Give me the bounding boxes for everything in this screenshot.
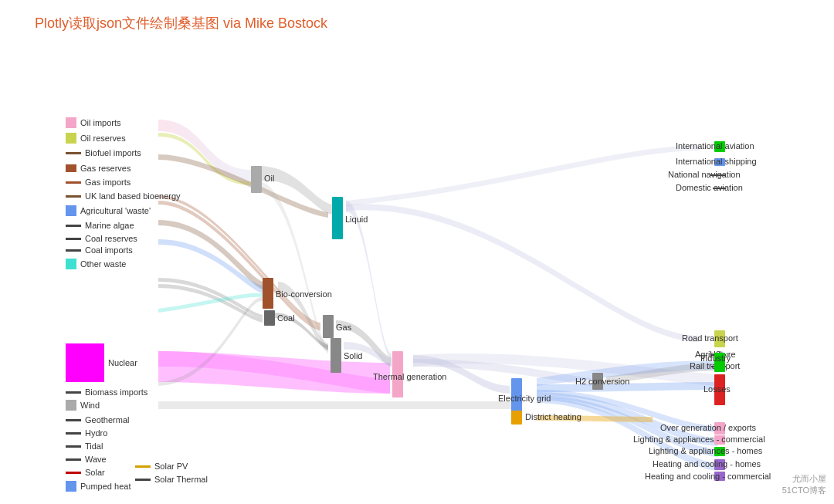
legend-tidal: Tidal (66, 441, 103, 451)
svg-text:International aviation: International aviation (676, 141, 754, 151)
svg-rect-2 (332, 197, 343, 239)
svg-text:Lighting & appliances - homes: Lighting & appliances - homes (649, 446, 763, 455)
svg-rect-0 (251, 166, 262, 193)
svg-text:Coal: Coal (277, 313, 295, 323)
svg-rect-18 (511, 411, 522, 425)
legend-nuclear: Nuclear (66, 343, 137, 382)
svg-rect-8 (264, 310, 275, 326)
legend-solar-pv: Solar PV (135, 462, 188, 471)
svg-text:Over generation / exports: Over generation / exports (660, 423, 757, 432)
svg-text:Losses: Losses (703, 384, 731, 394)
legend-coal-reserves: Coal reserves (66, 234, 137, 243)
svg-rect-10 (331, 338, 341, 373)
legend-coal-imports: Coal imports (66, 245, 133, 255)
svg-text:Heating and cooling - commerci: Heating and cooling - commercial (645, 472, 771, 481)
watermark-line1: 尤而小屋 (792, 473, 826, 485)
svg-text:District heating: District heating (525, 412, 581, 421)
svg-text:Electricity grid: Electricity grid (498, 394, 551, 403)
legend-hydro: Hydro (66, 428, 107, 438)
svg-text:Bio-conversion: Bio-conversion (276, 289, 332, 299)
legend-pumped-heat: Pumped heat (66, 481, 131, 492)
legend-other-waste: Other waste (66, 259, 126, 269)
legend-wave: Wave (66, 455, 107, 464)
legend-marine-algae: Marine algae (66, 221, 134, 230)
svg-text:Domestic aviation: Domestic aviation (676, 183, 743, 192)
legend-oil-reserves: Oil reserves (66, 133, 126, 144)
page-title: Plotly读取json文件绘制桑基图 via Mike Bostock (35, 14, 327, 32)
legend-oil-imports: Oil imports (66, 117, 121, 128)
svg-text:Solid: Solid (344, 351, 362, 360)
legend-uk-land: UK land based bioenergy (66, 191, 181, 201)
svg-text:Oil: Oil (264, 174, 274, 183)
svg-text:National navigation: National navigation (668, 170, 741, 179)
svg-text:International shipping: International shipping (676, 157, 757, 166)
svg-text:Lighting & appliances - commer: Lighting & appliances - commercial (633, 435, 765, 444)
sankey-diagram: Oil Liquid Gas Bio-conversion Coal Solid… (35, 46, 799, 490)
legend-biomass-imports: Biomass imports (66, 387, 147, 397)
legend-biofuel-imports: Biofuel imports (66, 148, 141, 157)
watermark-line2: 51CTO博客 (782, 485, 826, 496)
svg-text:Industry: Industry (700, 353, 731, 363)
svg-text:Liquid: Liquid (345, 215, 368, 224)
svg-text:Heating and cooling - homes: Heating and cooling - homes (653, 459, 761, 468)
svg-rect-4 (323, 315, 334, 338)
svg-text:Road transport: Road transport (682, 333, 738, 343)
legend-geothermal: Geothermal (66, 415, 129, 425)
svg-text:Gas: Gas (336, 323, 352, 332)
svg-text:H2 conversion: H2 conversion (575, 377, 629, 386)
legend-gas-imports: Gas imports (66, 178, 131, 187)
svg-text:Thermal generation: Thermal generation (373, 372, 446, 381)
legend-wind: Wind (66, 400, 100, 411)
legend-gas-reserves: Gas reserves (66, 164, 131, 173)
legend-solar: Solar (66, 468, 105, 477)
legend-agri-waste: Agricultural 'waste' (66, 205, 151, 216)
svg-rect-6 (263, 278, 273, 309)
legend-solar-thermal: Solar Thermal (135, 475, 208, 484)
